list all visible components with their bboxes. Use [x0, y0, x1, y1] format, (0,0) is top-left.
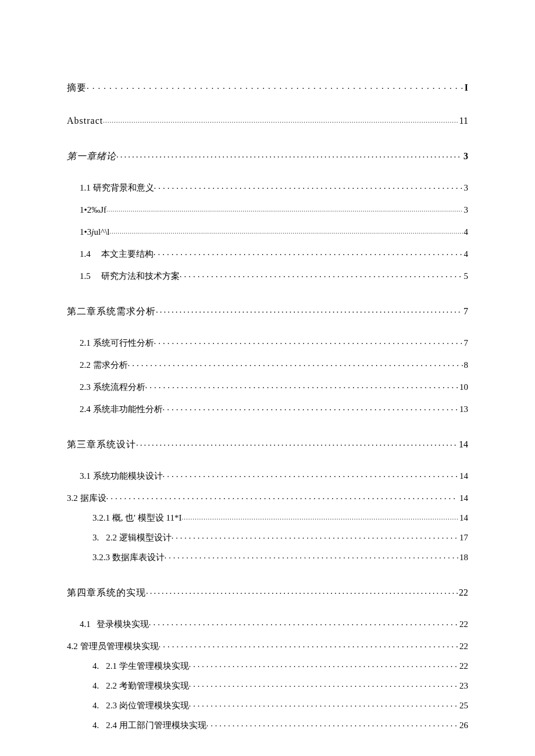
toc-num: 1.5	[80, 271, 91, 281]
toc-text: 2.4 用工部门管理模块实现	[106, 721, 206, 730]
toc-label: 2.3 系统流程分析	[80, 383, 145, 392]
toc-num: 3.	[92, 533, 99, 542]
toc-leader	[103, 114, 458, 124]
toc-leader	[136, 438, 458, 447]
toc-entry-3-2-1: 3.2.1 概, 也' 模型设 11*I 14	[67, 512, 468, 522]
toc-entry-3-2-2: 3.2.2 逻辑模型设计 17	[67, 532, 468, 542]
toc-leader	[128, 359, 463, 368]
toc-label: 第二章系统需求分析	[67, 307, 156, 316]
toc-label: 4.2 管理员管理模块实现	[67, 642, 159, 651]
toc-entry-3-2: 3.2 据库设 14	[67, 492, 468, 503]
toc-text: 登录模块实现	[97, 619, 149, 629]
toc-page: 8	[463, 361, 469, 370]
toc-page: 17	[458, 533, 468, 542]
toc-page: 3	[463, 184, 469, 192]
toc-leader	[106, 204, 462, 213]
toc-page: 26	[458, 721, 468, 730]
toc-entry-4-1: 4.1登录模块实现 22	[67, 618, 468, 629]
toc-page: 22	[458, 642, 468, 651]
toc-page: 14	[458, 514, 468, 522]
toc-leader	[172, 532, 458, 540]
toc-leader	[87, 81, 463, 91]
toc-leader	[181, 512, 458, 521]
toc-leader	[159, 640, 459, 649]
toc-entry-4-2-1: 4.2.1 学生管理模块实现 22	[67, 660, 468, 671]
toc-label: 第四章系统的实现	[67, 588, 146, 597]
toc-label: 1.5研究方法和技术方案	[80, 272, 180, 281]
toc-num: 1.4	[80, 249, 91, 259]
toc-entry-ch1: 第一章绪论 3	[67, 150, 468, 161]
toc-label: 第一章绪论	[67, 152, 116, 161]
toc-entry-3-2-3: 3.2.3 数据库表设计 18	[67, 551, 468, 562]
toc-leader	[154, 182, 463, 191]
toc-page: 14	[458, 440, 468, 449]
toc-entry-abstract-en: Abstract 11	[67, 114, 468, 126]
toc-page: 23	[458, 682, 468, 690]
toc-label: 1.4本文主要结构	[80, 250, 154, 259]
toc-num: 4.	[92, 661, 99, 671]
toc-entry-4-2-3: 4.2.3 岗位管理模块实现 25	[67, 700, 468, 710]
toc-entry-1-5: 1.5研究方法和技术方案 5	[67, 270, 468, 281]
toc-entry-1-1: 1.1 研究背景和意义 3	[67, 182, 468, 192]
toc-leader	[154, 248, 463, 257]
toc-label: Abstract	[67, 116, 103, 126]
toc-page: 3	[463, 206, 469, 214]
toc-entry-2-4: 2.4 系统非功能性分析 13	[67, 403, 468, 414]
toc-page: 14	[458, 472, 468, 481]
toc-entry-2-3: 2.3 系统流程分析 10	[67, 381, 468, 392]
toc-entry-1-3: 1•3jul^\l 4	[67, 226, 468, 237]
toc-entry-1-4: 1.4本文主要结构 4	[67, 248, 468, 259]
toc-page: 18	[458, 553, 468, 562]
toc-entry-4-2-4: 4.2.4 用工部门管理模块实现 26	[67, 719, 468, 730]
toc-leader	[106, 492, 459, 501]
toc-label: 4.2.4 用工部门管理模块实现	[92, 721, 206, 730]
toc-label: 2.2 需求分析	[80, 361, 128, 370]
toc-label: 2.4 系统非功能性分析	[80, 405, 163, 414]
toc-leader	[116, 150, 462, 159]
toc-leader	[149, 618, 458, 627]
toc-leader	[154, 337, 463, 346]
toc-page: 3	[462, 152, 468, 161]
toc-leader	[180, 270, 463, 279]
toc-label: 1•2‰Jf	[80, 206, 106, 214]
toc-page: 11	[458, 116, 468, 126]
toc-num: 4.	[92, 721, 99, 730]
toc-label: 2.1 系统可行性分析	[80, 339, 154, 347]
toc-page: I	[463, 83, 468, 92]
toc-page: 10	[458, 383, 468, 392]
toc-leader	[163, 403, 459, 412]
toc-entry-4-2-2: 4.2.2 考勤管理模块实现 23	[67, 680, 468, 690]
toc-label: 第三章系统设计	[67, 440, 136, 449]
toc-leader	[109, 226, 462, 235]
toc-page: 22	[458, 620, 468, 629]
toc-label: 3.2.1 概, 也' 模型设 11*I	[92, 514, 181, 522]
toc-entry-ch4: 第四章系统的实现 22	[67, 586, 468, 597]
toc-leader	[146, 586, 458, 596]
toc-text: 研究方法和技术方案	[101, 271, 180, 281]
toc-entry-4-2: 4.2 管理员管理模块实现 22	[67, 640, 468, 651]
toc-label: 3.2.3 数据库表设计	[92, 553, 165, 562]
toc-label: 1•3jul^\l	[80, 228, 109, 237]
toc-label: 4.2.1 学生管理模块实现	[92, 662, 189, 671]
toc-page: 22	[458, 588, 468, 597]
toc-num: 4.	[92, 701, 99, 710]
toc-page: 4	[463, 250, 469, 259]
toc-page: 7	[462, 307, 468, 316]
toc-page: 13	[458, 405, 468, 414]
toc-entry-1-2: 1•2‰Jf 3	[67, 204, 468, 214]
toc-page: 5	[463, 272, 469, 281]
toc-text: 2.1 学生管理模块实现	[106, 661, 189, 671]
toc-page: 22	[458, 662, 468, 671]
toc-page: 14	[458, 494, 468, 503]
toc-text: 本文主要结构	[101, 249, 154, 259]
toc-leader	[189, 700, 458, 708]
toc-page: 4	[463, 228, 469, 237]
toc-text: 2.2 考勤管理模块实现	[106, 681, 189, 690]
toc-label: 4.2.3 岗位管理模块实现	[92, 701, 189, 710]
toc-leader	[189, 680, 458, 689]
toc-leader	[165, 551, 458, 560]
toc-text: 2.2 逻辑模型设计	[106, 533, 172, 542]
toc-leader	[156, 305, 462, 314]
toc-leader	[189, 660, 458, 669]
toc-num: 4.	[92, 681, 99, 690]
